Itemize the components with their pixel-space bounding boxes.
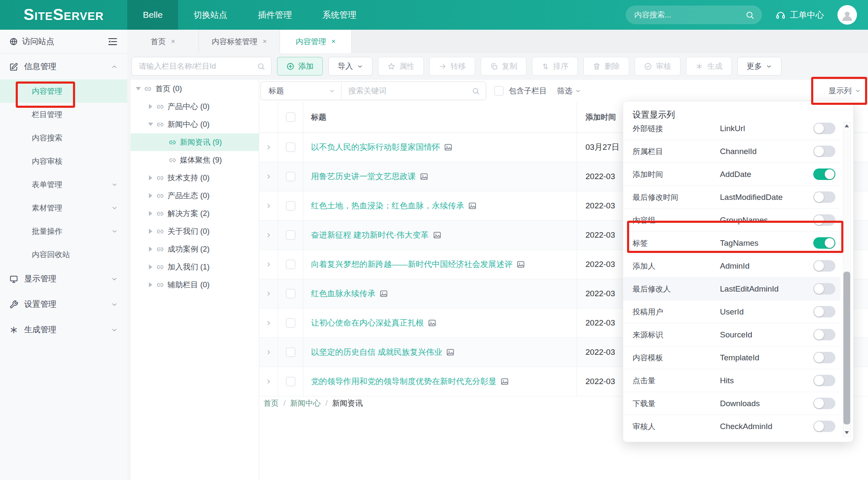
content-title-link[interactable]: 以坚定的历史自信 成就民族复兴伟业 [311, 347, 455, 358]
tree-node-加入我们[interactable]: 加入我们 (1) [131, 258, 259, 276]
tree-node-新闻资讯[interactable]: 新闻资讯 (9) [131, 133, 259, 151]
field-select[interactable]: 标题 [261, 82, 342, 100]
column-toggle-UserId[interactable] [813, 306, 835, 317]
sidebar-item-内容管理[interactable]: 内容管理 [0, 79, 127, 103]
caret-down-icon[interactable] [146, 123, 156, 126]
expand-row-icon[interactable] [266, 174, 272, 180]
content-title-link[interactable]: 红色血脉永续传承 [311, 288, 388, 299]
display-columns-button[interactable]: 显示列 [829, 86, 861, 96]
topbar-menu-item[interactable]: 切换站点 [178, 0, 243, 30]
sidebar-item-栏目管理[interactable]: 栏目管理 [0, 103, 127, 126]
scrollbar-thumb[interactable] [843, 272, 850, 424]
tree-node-产品生态[interactable]: 产品生态 (0) [131, 187, 259, 205]
column-toggle-ChannelId[interactable] [813, 146, 835, 157]
tab-内容管理[interactable]: 内容管理× [280, 30, 352, 53]
sidebar-item-内容审核[interactable]: 内容审核 [0, 149, 127, 173]
sidebar-group-info-management[interactable]: 信息管理 [0, 54, 127, 79]
expand-row-icon[interactable] [266, 320, 272, 326]
close-tab-icon[interactable]: × [171, 38, 175, 45]
tree-node-成功案例[interactable]: 成功案例 (2) [131, 240, 259, 258]
search-icon[interactable] [257, 62, 265, 70]
title-header-cell[interactable]: 标题 [303, 102, 577, 132]
include-children-checkbox[interactable] [494, 86, 504, 95]
content-title-link[interactable]: 红色土地，热血浸染；红色血脉，永续传承 [311, 200, 477, 211]
expand-row-icon[interactable] [266, 349, 272, 355]
content-title-link[interactable]: 用鲁艺历史讲一堂文艺思政课 [311, 171, 428, 182]
row-checkbox[interactable] [286, 143, 295, 152]
column-toggle-SourceId[interactable] [813, 329, 835, 340]
channel-search-input[interactable] [138, 62, 257, 71]
filter-dropdown[interactable]: 筛选 [557, 86, 581, 96]
caret-down-icon[interactable] [133, 87, 143, 90]
tree-node-首页[interactable]: 首页 (0) [131, 80, 259, 98]
content-search-input[interactable] [633, 10, 745, 20]
sidebar-item-内容搜索[interactable]: 内容搜索 [0, 126, 127, 149]
expand-row-icon[interactable] [266, 232, 272, 238]
caret-right-icon[interactable] [146, 193, 156, 198]
tree-node-技术支持[interactable]: 技术支持 (0) [131, 169, 259, 187]
column-toggle-CheckAdminId[interactable] [813, 421, 835, 432]
topbar-menu-item[interactable]: 系统管理 [307, 0, 372, 30]
row-checkbox[interactable] [286, 289, 295, 298]
close-tab-icon[interactable]: × [331, 38, 336, 45]
导入-button[interactable]: 导入 [328, 57, 372, 76]
row-checkbox[interactable] [286, 318, 295, 328]
添加-button[interactable]: 添加 [277, 57, 323, 76]
caret-right-icon[interactable] [146, 264, 156, 269]
close-tab-icon[interactable]: × [263, 38, 267, 45]
tree-node-媒体聚焦[interactable]: 媒体聚焦 (9) [131, 151, 259, 169]
scroll-down-arrow[interactable] [845, 431, 849, 434]
column-toggle-LinkUrl[interactable] [813, 123, 835, 134]
content-title-link[interactable]: 以不负人民的实际行动彰显家国情怀 [311, 142, 453, 153]
row-checkbox[interactable] [286, 172, 295, 181]
collapse-sidebar-icon[interactable] [107, 36, 118, 47]
sidebar-group-设置管理[interactable]: 设置管理 [0, 292, 127, 317]
row-checkbox[interactable] [286, 348, 295, 357]
column-toggle-GroupNames[interactable] [813, 214, 835, 226]
expand-row-icon[interactable] [266, 203, 272, 209]
column-toggle-LastEditAdminId[interactable] [813, 283, 835, 295]
expand-row-icon[interactable] [266, 291, 272, 297]
sidebar-item-批量操作[interactable]: 批量操作 [0, 219, 127, 243]
column-toggle-Hits[interactable] [813, 375, 835, 386]
caret-right-icon[interactable] [146, 175, 156, 180]
caret-right-icon[interactable] [146, 282, 156, 287]
tree-node-关于我们[interactable]: 关于我们 (0) [131, 222, 259, 240]
sidebar-group-显示管理[interactable]: 显示管理 [0, 266, 127, 292]
sidebar-group-生成管理[interactable]: 生成管理 [0, 317, 127, 342]
panel-scrollbar[interactable] [843, 122, 851, 437]
caret-right-icon[interactable] [146, 211, 156, 216]
column-toggle-Downloads[interactable] [813, 398, 835, 409]
expand-row-icon[interactable] [266, 379, 272, 385]
tab-内容标签管理[interactable]: 内容标签管理× [199, 30, 280, 53]
breadcrumb-item[interactable]: 新闻中心 [290, 398, 321, 408]
avatar[interactable] [837, 5, 857, 25]
keyword-input[interactable] [342, 87, 472, 95]
expand-row-icon[interactable] [266, 144, 272, 150]
breadcrumb-item[interactable]: 首页 [263, 398, 279, 408]
expand-row-icon[interactable] [266, 261, 272, 267]
column-toggle-AddDate[interactable] [813, 168, 835, 180]
更多-button[interactable]: 更多 [737, 57, 781, 76]
content-title-link[interactable]: 奋进新征程 建功新时代·伟大变革 [311, 230, 442, 241]
column-toggle-TemplateId[interactable] [813, 352, 835, 363]
tree-node-产品中心[interactable]: 产品中心 (0) [131, 98, 259, 115]
sidebar-item-素材管理[interactable]: 素材管理 [0, 196, 127, 219]
tree-node-辅助栏目[interactable]: 辅助栏目 (0) [131, 276, 259, 294]
caret-right-icon[interactable] [146, 247, 156, 252]
row-checkbox[interactable] [286, 230, 295, 240]
content-title-link[interactable]: 党的领导作用和党的领导制度优势在新时代充分彰显 [311, 376, 509, 387]
column-toggle-AdminId[interactable] [813, 260, 835, 272]
search-icon[interactable] [745, 11, 754, 20]
sidebar-item-内容回收站[interactable]: 内容回收站 [0, 243, 127, 266]
work-order-button[interactable]: 工单中心 [776, 9, 824, 21]
column-toggle-LastModifiedDate[interactable] [813, 191, 835, 203]
caret-right-icon[interactable] [146, 229, 156, 234]
row-checkbox[interactable] [286, 377, 295, 386]
content-search-box[interactable] [626, 6, 762, 24]
column-toggle-TagNames[interactable] [813, 237, 835, 249]
tab-首页[interactable]: 首页× [127, 30, 199, 53]
scroll-up-arrow[interactable] [845, 124, 849, 127]
row-checkbox[interactable] [286, 201, 295, 211]
sidebar-item-表单管理[interactable]: 表单管理 [0, 173, 127, 196]
